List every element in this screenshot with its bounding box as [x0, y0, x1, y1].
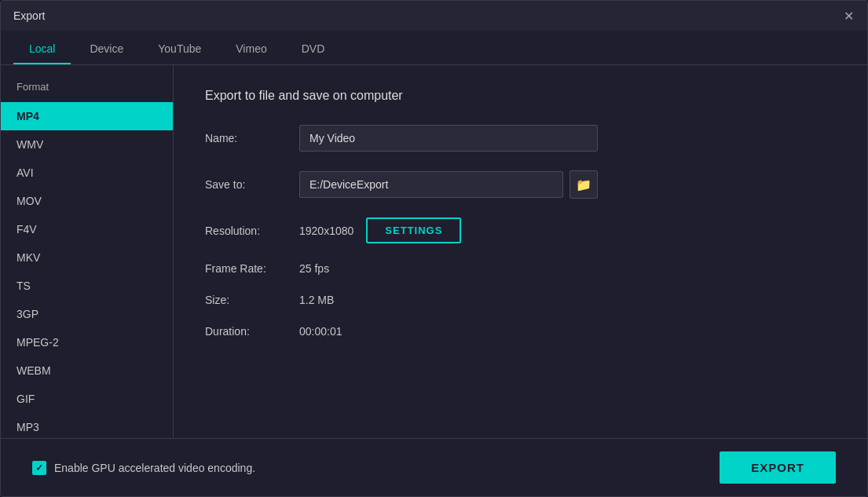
sidebar-item-webm[interactable]: WEBM: [1, 356, 173, 385]
sidebar-item-mp4[interactable]: MP4: [1, 102, 173, 130]
frame-rate-value: 25 fps: [299, 262, 836, 275]
save-to-label: Save to:: [205, 178, 299, 191]
sidebar-item-ts[interactable]: TS: [1, 272, 173, 300]
tab-dvd[interactable]: DVD: [286, 35, 341, 64]
sidebar-item-mpeg2[interactable]: MPEG-2: [1, 328, 173, 356]
tab-device[interactable]: Device: [74, 35, 139, 64]
sidebar-item-mov[interactable]: MOV: [1, 187, 173, 215]
gpu-checkbox[interactable]: [32, 461, 46, 475]
save-to-input[interactable]: [299, 171, 563, 198]
tab-youtube[interactable]: YouTube: [142, 35, 217, 64]
sidebar-item-mkv[interactable]: MKV: [1, 243, 173, 272]
duration-label: Duration:: [205, 325, 299, 338]
sidebar-item-3gp[interactable]: 3GP: [1, 300, 173, 328]
sidebar-item-avi[interactable]: AVI: [1, 159, 173, 187]
bottom-bar: Enable GPU accelerated video encoding. E…: [1, 438, 867, 496]
duration-row: Duration: 00:00:01: [205, 325, 836, 338]
panel-title: Export to file and save on computer: [205, 89, 836, 103]
save-to-field-group: 📁: [299, 170, 598, 199]
name-label: Name:: [205, 132, 299, 144]
tab-vimeo[interactable]: Vimeo: [220, 35, 282, 64]
resolution-group: 1920x1080 SETTINGS: [299, 217, 461, 243]
sidebar-label: Format: [1, 81, 173, 102]
resolution-row: Resolution: 1920x1080 SETTINGS: [205, 217, 836, 243]
format-sidebar: Format MP4 WMV AVI MOV F4V MKV TS 3GP MP…: [1, 65, 174, 438]
content-panel: Export to file and save on computer Name…: [174, 65, 867, 438]
frame-rate-label: Frame Rate:: [205, 262, 299, 275]
sidebar-item-gif[interactable]: GIF: [1, 385, 173, 413]
browse-folder-button[interactable]: 📁: [570, 170, 598, 199]
title-bar: Export ✕: [1, 1, 867, 31]
duration-value: 00:00:01: [299, 325, 836, 338]
export-window: Export ✕ Local Device YouTube Vimeo DVD …: [0, 0, 868, 497]
gpu-label-text: Enable GPU accelerated video encoding.: [54, 462, 255, 474]
save-to-row: Save to: 📁: [205, 170, 836, 199]
size-label: Size:: [205, 294, 299, 306]
folder-icon: 📁: [576, 177, 591, 192]
resolution-value: 1920x1080: [299, 225, 353, 237]
sidebar-item-wmv[interactable]: WMV: [1, 130, 173, 159]
tabs-bar: Local Device YouTube Vimeo DVD: [1, 31, 867, 65]
close-button[interactable]: ✕: [842, 9, 855, 22]
name-row: Name:: [205, 125, 836, 152]
size-value: 1.2 MB: [299, 294, 836, 306]
frame-rate-row: Frame Rate: 25 fps: [205, 262, 836, 275]
name-input[interactable]: [299, 125, 598, 152]
settings-button[interactable]: SETTINGS: [366, 217, 461, 243]
main-content: Format MP4 WMV AVI MOV F4V MKV TS 3GP MP…: [1, 65, 867, 438]
gpu-checkbox-label[interactable]: Enable GPU accelerated video encoding.: [32, 461, 255, 475]
sidebar-item-mp3[interactable]: MP3: [1, 413, 173, 438]
size-row: Size: 1.2 MB: [205, 294, 836, 306]
tab-local[interactable]: Local: [13, 35, 71, 64]
sidebar-item-f4v[interactable]: F4V: [1, 215, 173, 243]
window-title: Export: [13, 9, 45, 22]
export-button[interactable]: EXPORT: [720, 451, 836, 484]
resolution-label: Resolution:: [205, 225, 299, 237]
